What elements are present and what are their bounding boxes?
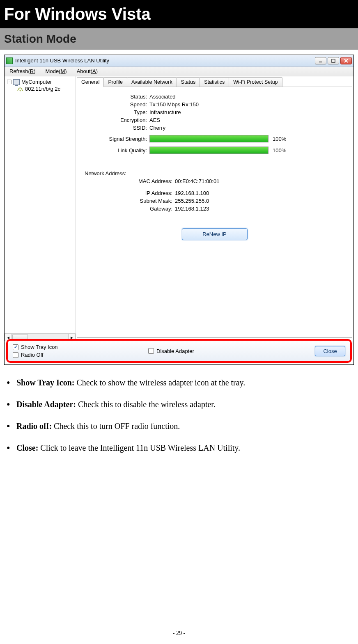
menu-mode[interactable]: Mode(M) [41, 68, 72, 74]
desc: Check this to turn OFF radio function. [52, 422, 180, 431]
tab-statistics[interactable]: Statistics [200, 77, 229, 87]
value-type: Infrastructure [149, 109, 352, 115]
tree-collapse-icon[interactable]: - [7, 80, 11, 84]
list-item: Close: Click to leave the Intelligent 11… [16, 442, 348, 454]
footer-highlight: Show Tray Icon Radio Off Disable Adapter… [6, 339, 352, 363]
menu-refresh[interactable]: Refresh(R) [5, 68, 41, 74]
app-icon [6, 57, 13, 64]
value-encryption: AES [149, 117, 352, 123]
label-show-tray-icon: Show Tray Icon [21, 344, 58, 350]
svg-rect-1 [332, 59, 335, 62]
computer-icon [13, 79, 20, 85]
checkbox-radio-off[interactable]: Radio Off [13, 352, 148, 358]
tab-available-network[interactable]: Available Network [127, 77, 177, 87]
label-ip: IP Address: [85, 190, 175, 196]
tab-status[interactable]: Status [177, 77, 200, 87]
list-item: Show Tray Icon: Check to show the wirele… [16, 377, 348, 388]
wlan-adapter-icon [17, 87, 23, 92]
label-signal-strength: Signal Strength: [80, 136, 149, 142]
value-subnet: 255.255.255.0 [175, 198, 352, 204]
label-encryption: Encryption: [80, 117, 149, 123]
term: Close: [16, 443, 38, 452]
tab-bar: General Profile Available Network Status… [77, 77, 353, 87]
label-ssid: SSID: [80, 125, 149, 131]
value-signal-strength: 100% [273, 136, 286, 142]
value-speed: Tx:150 Mbps Rx:150 [149, 101, 352, 108]
label-disable-adapter: Disable Adapter [156, 348, 194, 354]
label-radio-off: Radio Off [21, 352, 44, 358]
term: Disable Adapter: [16, 400, 76, 409]
label-network-address: Network Address: [85, 170, 352, 176]
link-quality-bar [149, 147, 268, 154]
page-heading-2: Station Mode [0, 28, 358, 50]
term: Show Tray Icon: [16, 378, 75, 387]
window-close-button[interactable] [340, 57, 352, 64]
window-title: Intelligent 11n USB Wireless LAN Utility [15, 57, 314, 64]
title-bar: Intelligent 11n USB Wireless LAN Utility [5, 55, 353, 66]
checkbox-icon [148, 348, 154, 354]
list-item: Radio off: Check this to turn OFF radio … [16, 421, 348, 432]
value-ssid: Cherry [149, 125, 352, 131]
value-mac: 00:E0:4C:71:00:01 [175, 178, 352, 184]
tree-root-node[interactable]: - MyComputer [5, 79, 75, 85]
minimize-button[interactable] [315, 57, 326, 64]
label-mac: MAC Address: [85, 178, 175, 184]
tree-child-node[interactable]: 802.11n/b/g 2c [5, 86, 75, 92]
page-heading-1: For Windows Vista [0, 0, 358, 28]
checkbox-disable-adapter[interactable]: Disable Adapter [148, 348, 194, 354]
checkbox-icon [13, 352, 18, 358]
app-window: Intelligent 11n USB Wireless LAN Utility… [4, 55, 354, 365]
desc: Check this to disable the wireless adapt… [76, 400, 216, 409]
checkbox-icon [13, 344, 18, 350]
label-gateway: Gateway: [85, 206, 175, 212]
list-item: Disable Adapter: Check this to disable t… [16, 399, 348, 410]
desc: Check to show the wireless adapter icon … [75, 378, 246, 387]
tab-wifi-protect-setup[interactable]: Wi-Fi Protect Setup [229, 77, 282, 87]
explanation-list: Show Tray Icon: Check to show the wirele… [16, 377, 348, 454]
term: Radio off: [16, 422, 52, 431]
label-link-quality: Link Quality: [80, 147, 149, 154]
tab-profile[interactable]: Profile [103, 77, 127, 87]
svg-point-4 [20, 90, 21, 91]
label-type: Type: [80, 109, 149, 115]
menu-about[interactable]: About(A) [72, 68, 103, 74]
label-speed: Speed: [80, 101, 149, 108]
tree-root-label: MyComputer [21, 79, 52, 85]
label-status: Status: [80, 94, 149, 100]
renew-ip-button[interactable]: ReNew IP [182, 228, 248, 240]
value-ip: 192.168.1.100 [175, 190, 352, 196]
tab-general[interactable]: General [77, 77, 104, 87]
checkbox-show-tray-icon[interactable]: Show Tray Icon [13, 344, 148, 350]
close-button[interactable]: Close [315, 346, 345, 356]
signal-strength-bar [149, 135, 268, 142]
desc: Click to leave the Intelligent 11n USB W… [38, 443, 240, 452]
value-status: Associated [149, 94, 352, 100]
device-tree: - MyComputer 802.11n/b/g 2c ◄ ► [5, 76, 76, 341]
tab-panel-general: Status:Associated Speed:Tx:150 Mbps Rx:1… [77, 87, 352, 338]
maximize-button[interactable] [328, 57, 339, 64]
value-gateway: 192.168.1.123 [175, 206, 352, 212]
label-subnet: Subnet Mask: [85, 198, 175, 204]
menu-bar: Refresh(R) Mode(M) About(A) [5, 66, 353, 76]
page-number: - 29 - [0, 630, 358, 637]
value-link-quality: 100% [273, 147, 286, 154]
tree-child-label: 802.11n/b/g 2c [25, 86, 60, 92]
